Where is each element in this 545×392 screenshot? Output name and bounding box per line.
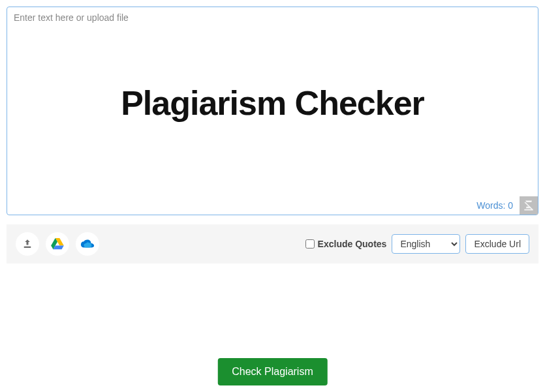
onedrive-icon	[80, 239, 95, 249]
toolbar: Exclude Quotes English Exclude Url	[7, 224, 538, 264]
onedrive-button[interactable]	[76, 232, 99, 256]
upload-icon	[22, 238, 33, 250]
exclude-quotes-text: Exclude Quotes	[318, 239, 387, 249]
exclude-quotes-label[interactable]: Exclude Quotes	[305, 239, 387, 249]
toolbar-left	[16, 232, 99, 256]
language-select[interactable]: English	[392, 234, 460, 254]
clear-format-icon	[522, 199, 535, 212]
google-drive-button[interactable]	[46, 232, 69, 256]
toolbar-right: Exclude Quotes English Exclude Url	[305, 234, 529, 254]
check-plagiarism-button[interactable]: Check Plagiarism	[217, 358, 327, 385]
clear-text-icon[interactable]	[520, 196, 538, 215]
words-counter: Words: 0	[476, 200, 513, 211]
exclude-quotes-checkbox[interactable]	[305, 239, 315, 249]
text-input[interactable]	[7, 7, 538, 215]
google-drive-icon	[51, 238, 64, 250]
upload-file-button[interactable]	[16, 232, 39, 256]
svg-rect-0	[24, 247, 31, 248]
exclude-url-button[interactable]: Exclude Url	[465, 234, 529, 254]
textarea-container: Plagiarism Checker Words: 0	[7, 7, 538, 215]
submit-container: Check Plagiarism	[217, 358, 327, 385]
